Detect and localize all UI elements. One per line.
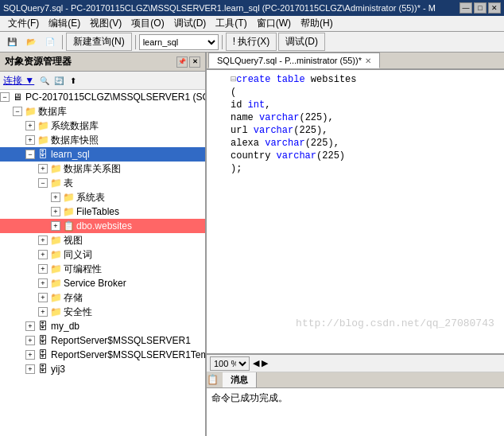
tree-item-filetables[interactable]: +📁FileTables (0, 204, 205, 219)
maximize-button[interactable]: □ (474, 2, 487, 14)
expand-btn-system-tables[interactable]: + (51, 193, 60, 202)
tree-item-learn_sql[interactable]: −🗄learn_sql (0, 147, 205, 162)
debug-button[interactable]: 调试(D) (278, 33, 325, 51)
query-tab-label: SQLQuery7.sql - P...ministrator (55))* (217, 56, 362, 65)
expand-btn-reportserver-tmp[interactable]: + (25, 350, 35, 360)
database-selector[interactable]: learn_sql (139, 34, 219, 50)
expand-btn-diagrams[interactable]: + (38, 164, 48, 173)
tab-close-btn[interactable]: ✕ (365, 56, 371, 65)
expand-btn-synonyms[interactable]: + (38, 250, 48, 259)
expand-btn-system-db[interactable]: + (25, 121, 35, 130)
expand-btn-yij3[interactable]: + (25, 364, 35, 374)
main-layout: 对象资源管理器 📌 ✕ 连接 ▼ 🔍 🔄 ⬆ −🖥PC-20170115CLGZ… (0, 53, 504, 436)
tree-item-system-db[interactable]: +📁系统数据库 (0, 119, 205, 133)
results-panel: 📋 消息 命令已成功完成。 (207, 372, 504, 436)
menu-item-o[interactable]: 项目(O) (126, 15, 169, 32)
connect-bar: 连接 ▼ 🔍 🔄 ⬆ (0, 72, 205, 90)
close-button[interactable]: ✕ (488, 2, 501, 14)
tree-item-reportserver-tmp[interactable]: +🗄ReportServer$MSSQLSERVER1TempDB (0, 348, 205, 362)
connect-link[interactable]: 连接 ▼ (3, 74, 34, 88)
new-query-button[interactable]: 新建查询(N) (66, 33, 132, 51)
item-icon-folder: 📁 (49, 291, 62, 304)
minimize-button[interactable]: — (459, 2, 472, 14)
item-label-programmability: 可编程性 (64, 263, 102, 276)
expand-btn-views[interactable]: + (38, 236, 48, 245)
item-label-tables: 表 (64, 177, 73, 190)
code-line-8: ); (231, 162, 501, 175)
toolbar-new-btn[interactable]: 📄 (41, 33, 59, 51)
expand-btn-service-broker[interactable]: + (38, 278, 48, 288)
tree-item-diagrams[interactable]: +📁数据库关系图 (0, 162, 205, 176)
item-label-dbo-websites: dbo.websites (76, 220, 132, 232)
tree-item-snapshots[interactable]: +📁数据库快照 (0, 133, 205, 147)
expand-btn-reportserver[interactable]: + (25, 336, 35, 345)
tree-item-security[interactable]: +📁安全性 (0, 305, 205, 319)
expand-btn-snapshots[interactable]: + (25, 135, 35, 145)
expand-btn-tables[interactable]: − (38, 178, 48, 188)
execute-button[interactable]: ! 执行(X) (226, 33, 277, 51)
panel-pin-btn[interactable]: 📌 (176, 56, 188, 68)
code-line-3: name varchar(225), (231, 111, 501, 124)
item-icon-folder: 📁 (49, 162, 62, 175)
tab-bar: SQLQuery7.sql - P...ministrator (55))* ✕ (207, 53, 504, 70)
filter-btn[interactable]: 🔍 (37, 73, 52, 88)
menu-item-t[interactable]: 工具(T) (211, 15, 251, 32)
item-label-snapshots: 数据库快照 (51, 134, 99, 147)
panel-title: 对象资源管理器 (5, 55, 72, 68)
collapse-btn[interactable]: ⬆ (66, 73, 80, 88)
refresh-btn[interactable]: 🔄 (52, 73, 66, 88)
item-icon-folder: 📁 (49, 306, 62, 318)
code-line-6: country varchar(225) (231, 150, 501, 162)
menu-item-h[interactable]: 帮助(H) (296, 15, 338, 32)
expand-btn-security[interactable]: + (38, 307, 48, 317)
item-label-reportserver-tmp: ReportServer$MSSQLSERVER1TempDB (51, 349, 205, 360)
tree-item-synonyms[interactable]: +📁同义词 (0, 247, 205, 262)
tree-item-programmability[interactable]: +📁可编程性 (0, 262, 205, 276)
tree-item-tables[interactable]: −📁表 (0, 176, 205, 190)
menu-item-w[interactable]: 窗口(W) (252, 15, 296, 32)
code-editor[interactable]: ⊟create table websites( id int, name var… (207, 70, 504, 355)
results-messages-tab[interactable]: 消息 (223, 372, 257, 387)
toolbar-sep-1 (62, 35, 63, 49)
tree-item-system-tables[interactable]: +📁系统表 (0, 190, 205, 204)
toolbar-open-btn[interactable]: 📂 (22, 33, 40, 51)
expand-btn-server[interactable]: − (0, 92, 10, 102)
menu-item-e[interactable]: 编辑(E) (44, 15, 85, 32)
expand-btn-dbo-websites[interactable]: + (51, 221, 60, 231)
query-tab[interactable]: SQLQuery7.sql - P...ministrator (55))* ✕ (208, 53, 380, 68)
panel-controls[interactable]: 📌 ✕ (176, 56, 200, 68)
tree-item-reportserver[interactable]: +🗄ReportServer$MSSQLSERVER1 (0, 333, 205, 348)
expand-btn-my_db[interactable]: + (25, 321, 35, 331)
tree-item-my_db[interactable]: +🗄my_db (0, 319, 205, 333)
panel-header: 对象资源管理器 📌 ✕ (0, 53, 205, 72)
expand-btn-storage[interactable]: + (38, 293, 48, 302)
tree-item-databases[interactable]: −📁数据库 (0, 104, 205, 119)
tree-item-service-broker[interactable]: +📁Service Broker (0, 276, 205, 290)
item-icon-db: 🗄 (37, 334, 49, 347)
keyword: varchar (277, 150, 316, 162)
title-buttons[interactable]: — □ ✕ (459, 2, 501, 14)
expand-btn-programmability[interactable]: + (38, 264, 48, 274)
expand-btn-filetables[interactable]: + (51, 207, 60, 216)
toolbar-save-btn[interactable]: 💾 (3, 33, 21, 51)
keyword: varchar (259, 112, 299, 123)
tree-item-dbo-websites[interactable]: +📋dbo.websites (0, 219, 205, 233)
menu-item-f[interactable]: 文件(F) (3, 15, 44, 32)
expand-btn-learn_sql[interactable]: − (25, 150, 35, 159)
title-bar: SQLQuery7.sql - PC-20170115CLGZ\MSSQLSER… (0, 0, 504, 16)
tree-item-server[interactable]: −🖥PC-20170115CLGZ\MSSQLSERVER1 (SQL Serv… (0, 90, 205, 104)
menu-item-d[interactable]: 调试(D) (169, 15, 211, 32)
expand-btn-databases[interactable]: − (13, 107, 22, 116)
item-icon-db: 🗄 (37, 148, 49, 161)
tree-item-storage[interactable]: +📁存储 (0, 290, 205, 305)
tree-item-yij3[interactable]: +🗄yij3 (0, 362, 205, 376)
zoom-selector[interactable]: 100 % (210, 356, 250, 371)
item-icon-db: 🗄 (37, 363, 49, 376)
keyword: table (277, 74, 305, 85)
code-content: ⊟create table websites( id int, name var… (231, 73, 501, 175)
menu-item-v[interactable]: 视图(V) (85, 15, 126, 32)
item-label-diagrams: 数据库关系图 (64, 162, 121, 176)
panel-close-btn[interactable]: ✕ (189, 56, 200, 68)
tree-item-views[interactable]: +📁视图 (0, 233, 205, 247)
item-icon-db: 🗄 (37, 348, 49, 361)
